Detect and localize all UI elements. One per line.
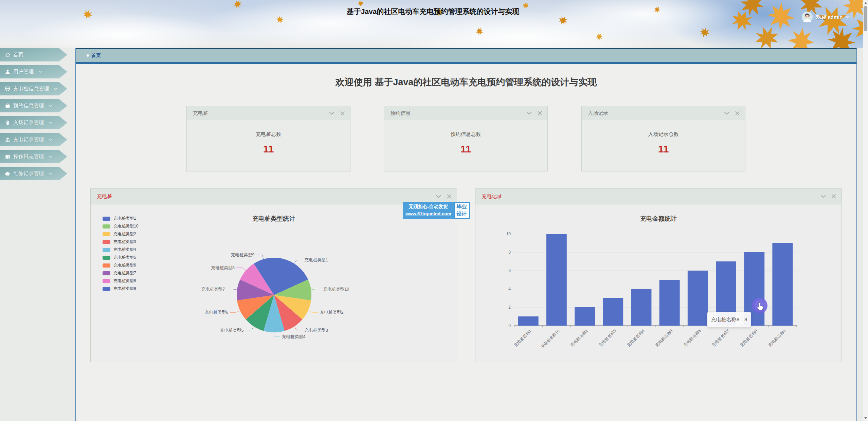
stat-label: 入场记录总数	[648, 131, 679, 138]
y-axis-tick-label: 10	[506, 232, 511, 236]
x-axis-tick-label: 充电桩名称6	[683, 328, 702, 348]
pie-chart[interactable]: 充电桩类型1充电桩类型10充电桩类型2充电桩类型3充电桩类型4充电桩类型5充电桩…	[91, 204, 457, 362]
breadcrumb: 首页	[76, 48, 856, 64]
panel-header: 预约信息	[384, 106, 547, 120]
close-icon[interactable]	[832, 194, 836, 199]
user-menu-chevron-icon[interactable]	[846, 16, 850, 18]
scrollbar-up-arrow[interactable]	[863, 0, 868, 5]
watermark-tag-block: 毕业 设计	[454, 202, 470, 219]
user-icon	[5, 69, 11, 75]
pie-slice-label: 充电桩类型7	[201, 287, 225, 292]
bar-chart-panel: 充电记录 充电金额统计 0246810充电桩名称1充电桩名称10充电桩名称2充电…	[475, 188, 842, 362]
watermark-text-block: 无须担心.自动发货 www.51topmind.com	[403, 202, 454, 219]
pie-label-line	[227, 289, 237, 290]
bar-chart[interactable]: 0246810充电桩名称1充电桩名称10充电桩名称2充电桩名称3充电桩名称4充电…	[475, 204, 842, 362]
panel-body: 充电桩总数 11	[187, 120, 350, 155]
pie-label-line	[274, 332, 280, 337]
sidebar-item-label: 维修记录管理	[13, 170, 44, 177]
panel-header: 入场记录	[582, 106, 745, 120]
close-icon[interactable]	[735, 111, 740, 115]
chevron-down-icon	[38, 71, 42, 73]
scrollbar-thumb[interactable]	[864, 6, 867, 31]
scrollbar-down-arrow[interactable]	[863, 416, 868, 421]
watermark-tag-line1: 毕业	[457, 203, 467, 210]
pie-slice-label: 充电桩类型10	[323, 287, 349, 292]
hand-cursor-icon	[757, 302, 764, 312]
bar[interactable]	[603, 298, 623, 326]
y-axis-tick-label: 6	[508, 268, 511, 273]
collapse-chevron-icon[interactable]	[820, 195, 826, 198]
x-axis-tick-label: 充电桩名称8	[739, 328, 758, 348]
x-axis-tick-label: 充电桩名称5	[654, 328, 674, 348]
sidebar-item-entry-records[interactable]: 入场记录管理	[0, 116, 67, 129]
collapse-chevron-icon[interactable]	[436, 195, 441, 198]
sidebar-item-charging-records[interactable]: 充电记录管理	[0, 133, 67, 146]
chevron-down-icon	[49, 172, 52, 175]
breadcrumb-dot-icon	[87, 54, 89, 57]
close-icon[interactable]	[340, 111, 345, 115]
collapse-chevron-icon[interactable]	[329, 112, 334, 115]
table-icon	[5, 154, 11, 160]
user-menu[interactable]: 欢迎 admin	[801, 11, 850, 23]
stat-value: 11	[460, 143, 471, 155]
pie-label-line	[294, 260, 303, 264]
panel-header: 充电桩	[187, 106, 350, 120]
watermark-line1: 无须担心.自动发货	[405, 203, 451, 210]
sidebar-item-label: 用户管理	[13, 69, 34, 75]
panel-body: 预约信息总数 11	[384, 120, 547, 155]
sidebar-item-charging-pile-info[interactable]: 充电桩信息管理	[0, 82, 67, 95]
bar[interactable]	[546, 234, 567, 326]
sidebar-item-label: 预约信息管理	[13, 103, 44, 109]
dashboard-screen: 基于Java的社区电动车充电预约管理系统的设计与实现 欢迎 admin 首页	[0, 0, 868, 421]
breadcrumb-home-link[interactable]: 首页	[91, 53, 101, 59]
sidebar-item-home[interactable]: 首页	[0, 48, 67, 61]
home-icon	[5, 52, 11, 58]
mouse-icon	[5, 120, 11, 126]
panel-title: 充电记录	[482, 193, 502, 200]
bar[interactable]	[688, 271, 708, 326]
sidebar-item-reservation-info[interactable]: 预约信息管理	[0, 99, 67, 112]
bar-chart-area: 充电金额统计 0246810充电桩名称1充电桩名称10充电桩名称2充电桩名称3充…	[475, 204, 842, 362]
bar[interactable]	[772, 243, 793, 326]
close-icon[interactable]	[538, 111, 542, 115]
bar[interactable]	[518, 316, 539, 326]
pie-slice-label: 充电桩类型9	[231, 253, 255, 257]
x-axis-tick-label: 充电桩名称3	[598, 328, 617, 348]
pie-slice-label: 充电桩类型1	[305, 258, 328, 262]
collapse-chevron-icon[interactable]	[526, 112, 532, 115]
pie-label-line	[294, 326, 303, 330]
watermark-badge: 无须担心.自动发货 www.51topmind.com 毕业 设计	[403, 202, 470, 219]
bar-tooltip: 充电桩名称8：8	[707, 312, 751, 327]
bar[interactable]	[575, 307, 595, 326]
pie-label-line	[236, 268, 246, 271]
bar[interactable]	[631, 289, 651, 326]
x-axis-tick-label: 充电桩名称4	[626, 328, 645, 348]
watermark-url: www.51topmind.com	[405, 210, 451, 218]
panel-header: 充电记录	[475, 189, 842, 204]
bar[interactable]	[659, 280, 680, 326]
bank-icon	[5, 137, 11, 143]
y-axis-tick-label: 4	[508, 287, 511, 291]
close-icon[interactable]	[447, 194, 451, 199]
sidebar-item-user-management[interactable]: 用户管理	[0, 65, 67, 78]
pie-chart-panel: 充电桩 充电桩类型统计 充电桩类型1充电桩类型10充电桩类型2充电桩类型3充电桩…	[90, 188, 457, 362]
chevron-down-icon	[49, 139, 52, 141]
x-axis-tick-label: 充电桩名称10	[540, 328, 561, 349]
briefcase-icon	[5, 103, 11, 109]
chevron-down-icon	[49, 122, 52, 124]
panel-header: 充电桩	[91, 189, 457, 204]
pie-label-line	[256, 255, 264, 259]
x-axis-tick-label: 充电桩名称9	[767, 328, 786, 348]
pie-label-line	[308, 310, 318, 312]
watermark-tag-line2: 设计	[457, 210, 467, 217]
vertical-scrollbar[interactable]	[863, 0, 868, 421]
sidebar-item-maintenance-records[interactable]: 维修记录管理	[0, 167, 67, 180]
avatar[interactable]	[801, 11, 813, 23]
sidebar-item-operation-logs[interactable]: 操作日志管理	[0, 150, 67, 163]
collapse-chevron-icon[interactable]	[724, 112, 729, 115]
sidebar-item-label: 首页	[13, 52, 23, 58]
sidebar-nav: 首页 用户管理 充电桩信息管理 预约信息管理	[0, 48, 68, 184]
panel-title: 充电桩	[97, 193, 112, 200]
app-header: 基于Java的社区电动车充电预约管理系统的设计与实现 欢迎 admin	[0, 0, 868, 48]
x-axis-tick-label: 充电桩名称2	[569, 328, 589, 348]
